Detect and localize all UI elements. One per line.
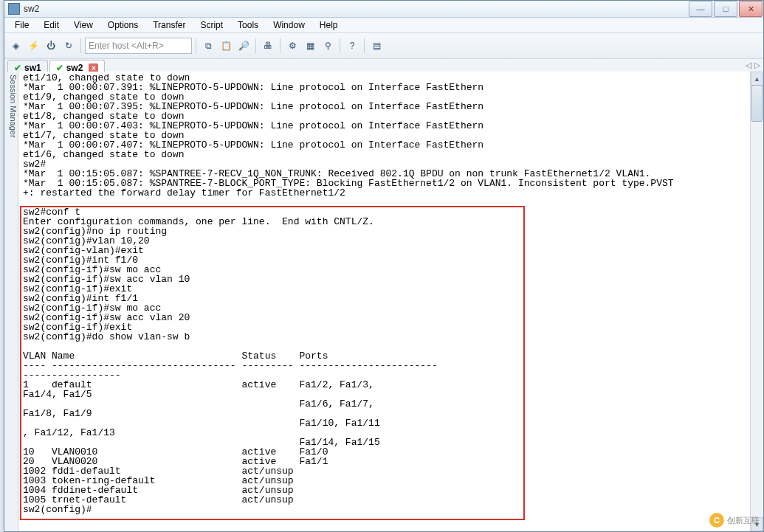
close-button[interactable]: ✕: [739, 1, 763, 17]
settings-icon[interactable]: ⚙: [284, 38, 300, 54]
toolbar-sep: [280, 38, 281, 53]
toolbar-sep: [255, 38, 256, 53]
watermark: C 创新互联: [709, 513, 760, 528]
main-window: sw2 — □ ✕ File Edit View Options Transfe…: [4, 0, 764, 532]
scroll-up-icon[interactable]: ▲: [751, 72, 763, 86]
menu-options[interactable]: Options: [102, 18, 144, 32]
menubar: File Edit View Options Transfer Script T…: [4, 18, 763, 33]
menu-tools[interactable]: Tools: [232, 18, 264, 32]
menu-help[interactable]: Help: [314, 18, 344, 32]
menu-edit[interactable]: Edit: [38, 18, 65, 32]
help-icon[interactable]: ?: [344, 38, 360, 54]
menu-script[interactable]: Script: [194, 18, 229, 32]
menu-view[interactable]: View: [68, 18, 99, 32]
app-icon: [8, 3, 20, 15]
menu-file[interactable]: File: [9, 18, 35, 32]
paste-icon[interactable]: 📋: [218, 38, 234, 54]
terminal-area[interactable]: et1/10, changed state to down *Mar 1 00:…: [18, 72, 763, 531]
toolbar-sep: [196, 38, 196, 53]
scroll-thumb[interactable]: [751, 85, 763, 122]
highlight-box: [20, 206, 525, 520]
minimize-button[interactable]: —: [689, 1, 712, 17]
connect-icon[interactable]: ◈: [7, 38, 24, 54]
toolbar-sep: [80, 38, 81, 53]
print-icon[interactable]: 🖶: [260, 38, 276, 54]
titlebar[interactable]: sw2 — □ ✕: [4, 1, 763, 18]
menu-window[interactable]: Window: [267, 18, 311, 32]
quick-connect-icon[interactable]: ⚡: [25, 38, 41, 54]
host-input[interactable]: Enter host <Alt+R>: [85, 38, 192, 54]
key-icon[interactable]: ⚲: [320, 38, 336, 54]
disconnect-icon[interactable]: ⏻: [43, 38, 59, 54]
vertical-scrollbar[interactable]: ▲ ▼: [750, 72, 763, 531]
watermark-badge-icon: C: [709, 513, 724, 528]
toolbar-sep: [364, 38, 365, 53]
session-icon[interactable]: ▦: [302, 38, 318, 54]
find-icon[interactable]: 🔎: [235, 38, 252, 54]
copy-icon[interactable]: ⧉: [200, 38, 216, 54]
window-title: sw2: [24, 4, 688, 14]
reconnect-icon[interactable]: ↻: [61, 38, 77, 54]
watermark-text: 创新互联: [727, 515, 760, 526]
menu-transfer[interactable]: Transfer: [147, 18, 191, 32]
session-manager-sidebar[interactable]: Session Manager: [4, 72, 18, 531]
tab-scroll-right-icon[interactable]: ▷: [754, 61, 760, 70]
tab-scroll-left-icon[interactable]: ◁: [746, 61, 751, 70]
maximize-button[interactable]: □: [714, 1, 737, 17]
toolbar-sep: [340, 38, 340, 53]
list-icon[interactable]: ▤: [368, 38, 385, 54]
toolbar: ◈ ⚡ ⏻ ↻ Enter host <Alt+R> ⧉ 📋 🔎 🖶 ⚙ ▦ ⚲…: [4, 33, 763, 59]
